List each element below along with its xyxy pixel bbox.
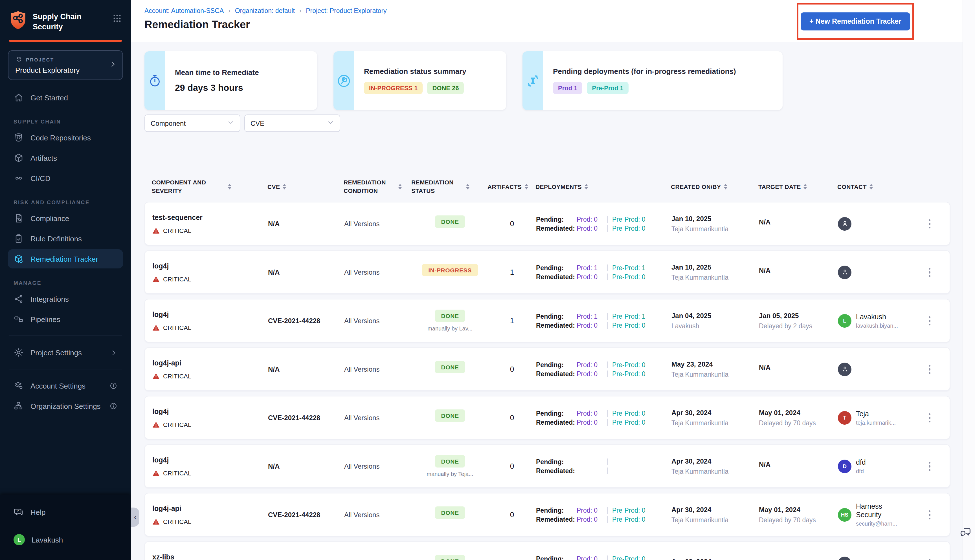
column-header-remediation-status[interactable]: REMEDIATION STATUS [411, 178, 488, 195]
avatar: T [838, 411, 851, 425]
column-header-deployments[interactable]: DEPLOYMENTS [536, 182, 671, 191]
divider [9, 335, 122, 336]
breadcrumb-organization[interactable]: Organization: default [235, 7, 295, 14]
critical-severity-icon [152, 276, 160, 283]
cve-cell: N/A [268, 365, 344, 373]
project-selector[interactable]: PROJECT Product Exploratory [8, 50, 123, 80]
row-menu-button[interactable] [917, 313, 942, 329]
row-menu-button[interactable] [917, 410, 942, 426]
deployments-cell: Pending: Prod: 1 Pre-Prod: 1 Remediated:… [536, 263, 671, 282]
table-row[interactable]: xz-libs DONE Pending: Prod: 0 Pre-Prod [144, 542, 950, 560]
sidebar-item-label: Compliance [30, 214, 69, 222]
sidebar-item-label: Artifacts [30, 154, 57, 162]
sidebar-item-integrations[interactable]: Integrations [8, 289, 123, 308]
column-header-target-date[interactable]: TARGET DATE [758, 182, 837, 191]
help-button[interactable]: ? Help [13, 502, 117, 522]
card-title: Pending deployments (for in-progress rem… [553, 67, 736, 75]
sidebar-item-project-settings[interactable]: Project Settings [8, 343, 123, 362]
column-header-created-on-by[interactable]: CREATED ON/BY [671, 182, 758, 191]
remediated-prod-value: Prod: 0 [577, 419, 603, 425]
sidebar-item-label: Account Settings [30, 382, 85, 390]
status-badge: DONE [435, 310, 465, 322]
status-note: manually by Teja... [412, 471, 488, 477]
table-row[interactable]: log4j CRITICAL N/A All Versions DONE man… [144, 445, 950, 488]
cve-filter-dropdown[interactable]: CVE [244, 115, 340, 132]
contact-subtext[interactable]: lavakush.biyan... [856, 323, 898, 329]
table-row[interactable]: test-sequencer CRITICAL N/A All Versions… [144, 202, 950, 246]
project-label: PROJECT [26, 57, 54, 62]
column-header-component-and-severity[interactable]: COMPONENT AND SEVERITY [152, 178, 267, 195]
table-header: COMPONENT AND SEVERITY CVE REMEDIATION C… [144, 178, 950, 195]
table-row[interactable]: log4j CRITICAL N/A All Versions IN-PROGR… [144, 251, 950, 294]
cve-cell: CVE-2021-44228 [268, 414, 344, 422]
table-row[interactable]: log4j-api CRITICAL CVE-2021-44228 All Ve… [144, 493, 950, 537]
contact-name: Teja [856, 410, 896, 418]
breadcrumb-account[interactable]: Account: Automation-SSCA [144, 7, 224, 14]
preprod-pending-badge: Pre-Prod 1 [587, 82, 628, 94]
row-menu-button[interactable] [917, 458, 942, 474]
chevron-right-icon [110, 349, 117, 356]
created-by: Teja Kummarikuntla [671, 420, 759, 427]
sidebar-item-artifacts[interactable]: Artifacts [8, 148, 123, 167]
row-menu-button[interactable] [917, 555, 942, 560]
sidebar-item-code-repositories[interactable]: Code Repositories [8, 128, 123, 147]
breadcrumb-project[interactable]: Project: Product Exploratory [306, 7, 387, 14]
sidebar-item-label: Code Repositories [30, 133, 91, 142]
scrollbar-gutter[interactable] [963, 0, 975, 560]
sidebar-item-organization-settings[interactable]: Organization Settings [8, 397, 123, 416]
sort-icon [804, 184, 807, 190]
pending-prod-value: Prod: 0 [577, 410, 603, 417]
sidebar-item-remediation-tracker[interactable]: Remediation Tracker [8, 249, 123, 268]
component-and-severity-cell: log4j CRITICAL [152, 311, 268, 331]
sidebar-item-account-settings[interactable]: Account Settings [8, 376, 123, 395]
remediation-status-summary-card: Remediation status summary IN-PROGRESS 1… [334, 51, 506, 110]
contact-subtext[interactable]: security@harn... [856, 521, 900, 527]
contact-text: dfd dfd [856, 458, 866, 474]
sidebar-item-cicd[interactable]: CI/CD [8, 168, 123, 188]
table-row[interactable]: log4j-api CRITICAL N/A All Versions DONE… [144, 348, 950, 391]
row-menu-button[interactable] [917, 361, 942, 377]
column-header-contact[interactable]: CONTACT [837, 182, 916, 191]
avatar: L [838, 314, 851, 328]
component-and-severity-cell: xz-libs [152, 553, 268, 560]
critical-severity-icon [152, 470, 160, 477]
sidebar-item-pipelines[interactable]: Pipelines [8, 310, 123, 329]
help-chat-button[interactable] [959, 526, 972, 541]
row-menu-button[interactable] [917, 216, 942, 232]
column-header-artifacts[interactable]: ARTIFACTS [488, 182, 536, 191]
pending-label: Pending: [536, 507, 577, 514]
breadcrumb-separator: › [299, 7, 301, 14]
table-row[interactable]: log4j CRITICAL CVE-2021-44228 All Versio… [144, 299, 950, 343]
sidebar-item-get-started[interactable]: Get Started [8, 88, 123, 107]
contact-subtext[interactable]: teja.kummarik... [856, 420, 896, 426]
section-label-manage: MANAGE [13, 280, 123, 286]
user-menu[interactable]: L Lavakush [13, 530, 117, 550]
target-date-cell: N/A [759, 364, 838, 375]
module-grid-icon[interactable] [112, 10, 122, 25]
column-header-remediation-condition[interactable]: REMEDIATION CONDITION [344, 178, 411, 195]
cve-cell: CVE-2021-44228 [268, 317, 344, 325]
contact-subtext[interactable]: dfd [856, 468, 866, 474]
component-filter-dropdown[interactable]: Component [144, 115, 240, 132]
column-header-cve[interactable]: CVE [267, 182, 344, 191]
pending-label: Pending: [536, 362, 577, 368]
divider [607, 313, 608, 320]
row-menu-button[interactable] [917, 264, 942, 280]
sort-icon [283, 184, 286, 190]
prod-pending-badge: Prod 1 [553, 82, 582, 94]
sidebar-item-rule-definitions[interactable]: Rule Definitions [8, 229, 123, 248]
new-remediation-tracker-button[interactable]: + New Remediation Tracker [800, 12, 910, 30]
user-name: Lavakush [32, 535, 63, 544]
cube-icon [15, 56, 23, 63]
sidebar-collapse-handle[interactable]: ‹ [131, 508, 139, 527]
row-menu-button[interactable] [917, 507, 942, 523]
target-date: May 01, 2024 [759, 409, 838, 417]
page-header: Account: Automation-SSCA › Organization:… [131, 0, 975, 42]
mean-time-to-remediate-card: Mean time to Remediate 29 days 3 hours [144, 51, 317, 110]
pending-preprod-value: Pre-Prod: 1 [612, 313, 646, 320]
created-by: Teja Kummarikuntla [671, 274, 759, 281]
table-row[interactable]: log4j CRITICAL CVE-2021-44228 All Versio… [144, 396, 950, 440]
sidebar-item-compliance[interactable]: Compliance [8, 209, 123, 228]
remediation-status-cell: IN-PROGRESS [412, 264, 488, 280]
app-title: Supply Chain Security [33, 10, 99, 32]
